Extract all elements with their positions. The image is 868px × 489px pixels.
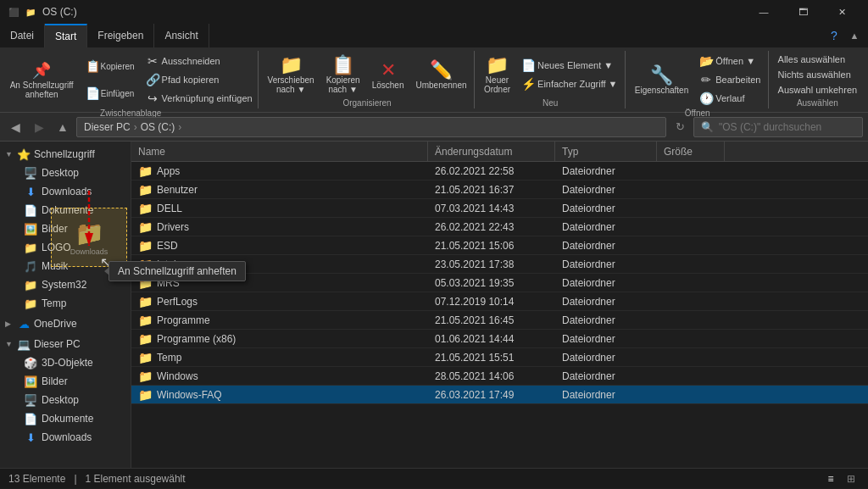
maximize-button[interactable]: 🗔: [783, 0, 822, 24]
file-type-cell: Dateiordner: [555, 258, 657, 270]
search-input[interactable]: [719, 121, 855, 133]
btn-pfad-kopieren[interactable]: 🔗 Pfad kopieren: [142, 71, 256, 88]
table-row[interactable]: 📁Programme21.05.2021 16:45Dateiordner: [131, 311, 868, 330]
file-name-cell: 📁Drivers: [131, 220, 428, 234]
btn-loeschen[interactable]: ✕ Löschen: [368, 58, 409, 92]
sidebar-item-logo-quick[interactable]: 📁 LOGO: [0, 238, 131, 257]
title-bar: ⬛ 📁 OS (C:) — 🗔 ✕: [0, 0, 868, 24]
path-sep-2: ›: [178, 121, 181, 133]
table-row[interactable]: 📁Drivers26.02.2021 22:43Dateiordner: [131, 218, 868, 236]
btn-umbenennen[interactable]: ✏️ Umbenennen: [411, 58, 470, 92]
table-row[interactable]: 📁PerfLogs07.12.2019 10:14Dateiordner: [131, 292, 868, 311]
tab-datei[interactable]: Datei: [0, 24, 45, 47]
sidebar-item-desktop-quick[interactable]: 🖥️ Desktop: [0, 164, 131, 182]
btn-verschieben[interactable]: 📁 Verschiebennach ▼: [264, 53, 319, 97]
sidebar-item-dokumente-quick[interactable]: 📄 Dokumente: [0, 201, 131, 219]
sidebar-item-3d-objekte[interactable]: 🎲 3D-Objekte: [0, 353, 131, 372]
file-name-cell: 📁Programme: [131, 314, 428, 327]
file-type-cell: Dateiordner: [555, 314, 657, 326]
sidebar-header-onedrive[interactable]: ▶ ☁ OneDrive: [0, 314, 131, 333]
select-label: Auswählen: [797, 98, 838, 108]
btn-kopieren-label: Kopieren: [101, 62, 135, 71]
file-type-cell: Dateiordner: [555, 240, 657, 252]
btn-schnellzugriff-label: An Schnellzugriffanheften: [10, 81, 74, 99]
btn-nichts-auswaehlen[interactable]: Nichts auswählen: [775, 68, 861, 81]
col-header-size[interactable]: Größe: [657, 142, 725, 161]
up-button[interactable]: ▲: [53, 117, 73, 137]
btn-oeffnen[interactable]: 📂 Öffnen ▼: [696, 53, 764, 69]
ribbon-collapse-btn[interactable]: ▲: [844, 25, 865, 46]
context-tooltip: An Schnellzugriff anheften: [108, 261, 246, 281]
title-bar-controls: — 🗔 ✕: [744, 0, 861, 24]
sidebar: ▼ ⭐ Schnellzugriff 🖥️ Desktop ⬇ Download…: [0, 142, 131, 468]
onedrive-icon: ☁: [17, 317, 31, 331]
sidebar-header-dieser-pc[interactable]: ▼ 💻 Dieser PC: [0, 335, 131, 353]
view-details-btn[interactable]: ≡: [822, 470, 839, 487]
btn-kopieren[interactable]: 📋 Kopieren: [81, 53, 139, 79]
btn-kopieren-nach[interactable]: 📋 Kopierennach ▼: [322, 53, 364, 97]
table-row[interactable]: 📁Windows-FAQ26.03.2021 17:49Dateiordner: [131, 386, 868, 404]
btn-einfacher-zugriff[interactable]: ⚡ Einfacher Zugriff ▼: [518, 75, 620, 92]
table-row[interactable]: 📁Windows28.05.2021 14:06Dateiordner: [131, 367, 868, 386]
sidebar-item-bilder-quick[interactable]: 🖼️ Bilder: [0, 219, 131, 238]
sidebar-item-dokumente-pc[interactable]: 📄 Dokumente: [0, 409, 131, 428]
btn-auswahl-umkehren[interactable]: Auswahl umkehren: [775, 83, 861, 97]
title-bar-left: ⬛ 📁 OS (C:): [7, 5, 77, 19]
sidebar-item-desktop-pc[interactable]: 🖥️ Desktop: [0, 391, 131, 409]
paste-icon: 📄: [86, 83, 101, 103]
close-button[interactable]: ✕: [822, 0, 861, 24]
back-button[interactable]: ◀: [5, 117, 25, 137]
btn-neues-element[interactable]: 📄 Neues Element ▼: [518, 57, 620, 74]
table-row[interactable]: 📁Benutzer21.05.2021 16:37Dateiordner: [131, 181, 868, 199]
minimize-button[interactable]: —: [744, 0, 783, 24]
path-copy-icon: 🔗: [146, 73, 159, 86]
table-row[interactable]: 📁Apps26.02.2021 22:58Dateiordner: [131, 162, 868, 181]
file-type-cell: Dateiordner: [555, 352, 657, 364]
dieser-pc-label: Dieser PC: [34, 338, 81, 350]
btn-verlauf[interactable]: 🕐 Verlauf: [696, 90, 764, 107]
col-header-name[interactable]: Name: [131, 142, 428, 161]
address-path[interactable]: Dieser PC › OS (C:) ›: [76, 117, 666, 137]
file-name-cell: 📁ESD: [131, 239, 428, 253]
folder-icon: 📁: [138, 314, 153, 327]
forward-button[interactable]: ▶: [29, 117, 49, 137]
view-tiles-btn[interactable]: ⊞: [843, 470, 860, 487]
btn-ausschneiden[interactable]: ✂ Ausschneiden: [142, 53, 256, 69]
file-date-cell: 28.05.2021 14:06: [428, 370, 555, 382]
table-row[interactable]: 📁Programme (x86)01.06.2021 14:44Dateiord…: [131, 330, 868, 348]
ribbon-help-btn[interactable]: ?: [824, 25, 844, 46]
folder-icon: 📁: [138, 183, 153, 197]
col-header-type[interactable]: Typ: [555, 142, 657, 161]
musik-icon: 🎵: [24, 259, 37, 273]
delete-icon: ✕: [378, 60, 398, 81]
tab-start[interactable]: Start: [45, 24, 87, 47]
btn-eigenschaften[interactable]: 🔧 Eigenschaften: [631, 63, 693, 97]
sidebar-item-temp-quick[interactable]: 📁 Temp: [0, 294, 131, 313]
copy-icon: 📋: [86, 56, 101, 76]
btn-schnellzugriff[interactable]: 📌 An Schnellzugriffanheften: [6, 58, 78, 102]
file-rows-container: 📁Apps26.02.2021 22:58Dateiordner📁Benutze…: [131, 162, 868, 404]
dokumente-pc-icon: 📄: [24, 412, 37, 425]
tab-freigeben[interactable]: Freigeben: [87, 24, 154, 47]
btn-alles-auswaehlen[interactable]: Alles auswählen: [775, 53, 861, 66]
btn-einfuegen[interactable]: 📄 Einfügen: [81, 81, 139, 106]
table-row[interactable]: 📁ESD21.05.2021 15:06Dateiordner: [131, 236, 868, 255]
sidebar-item-bilder-pc[interactable]: 🖼️ Bilder: [0, 372, 131, 391]
search-box[interactable]: 🔍: [693, 117, 863, 137]
sidebar-header-schnellzugriff[interactable]: ▼ ⭐ Schnellzugriff: [0, 145, 131, 164]
tab-ansicht[interactable]: Ansicht: [154, 24, 209, 47]
btn-bearbeiten[interactable]: ✏ Bearbeiten: [696, 71, 764, 88]
path-sep-1: ›: [134, 121, 137, 133]
file-date-cell: 05.03.2021 19:35: [428, 277, 555, 289]
new-items: 📁 NeuerOrdner 📄 Neues Element ▼ ⚡ Einfac…: [480, 53, 621, 97]
table-row[interactable]: 📁Temp21.05.2021 15:51Dateiordner: [131, 348, 868, 367]
onedrive-label: OneDrive: [34, 318, 77, 330]
btn-neuer-ordner[interactable]: 📁 NeuerOrdner: [480, 53, 515, 97]
file-date-cell: 23.05.2021 17:38: [428, 258, 555, 270]
sidebar-item-downloads-quick[interactable]: ⬇ Downloads: [0, 182, 131, 201]
col-header-date[interactable]: Änderungsdatum: [428, 142, 555, 161]
btn-verknuepfung[interactable]: ↪ Verknüpfung einfügen: [142, 90, 256, 107]
refresh-button[interactable]: ↻: [670, 117, 690, 137]
sidebar-item-downloads-pc[interactable]: ⬇ Downloads: [0, 428, 131, 447]
table-row[interactable]: 📁DELL07.03.2021 14:43Dateiordner: [131, 199, 868, 218]
